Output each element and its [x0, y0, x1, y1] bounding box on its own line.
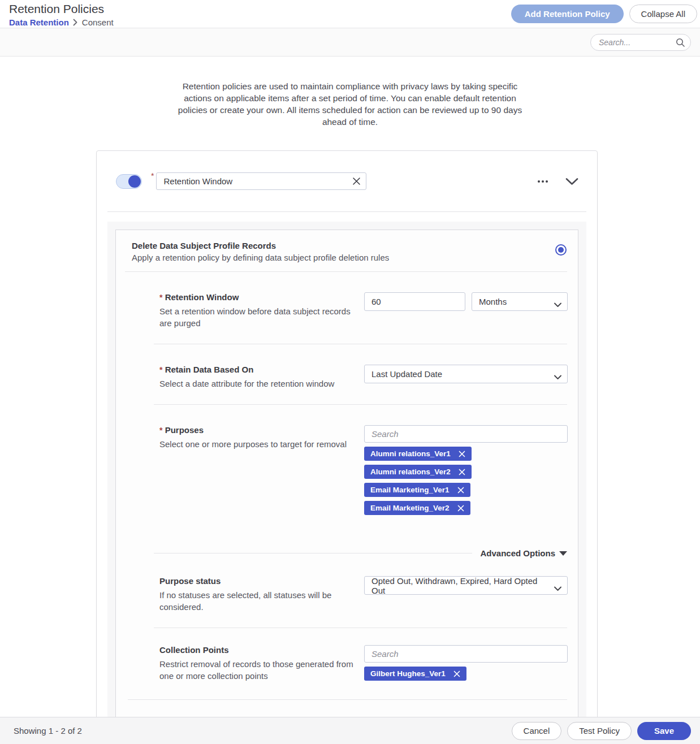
required-marker: *: [159, 293, 162, 302]
chevron-down-icon: [554, 583, 561, 593]
chip-label: Alumni relations_Ver2: [370, 468, 451, 476]
chevron-down-icon: [554, 372, 561, 382]
retention-policy-card: * Delete Data Subject Profile Records Ap…: [96, 150, 598, 743]
remove-chip-icon[interactable]: [459, 451, 465, 457]
page-header: Retention Policies Data Retention Consen…: [0, 0, 700, 28]
showing-count: Showing 1 - 2 of 2: [14, 726, 82, 736]
intro-text: Retention policies are used to maintain …: [172, 80, 528, 128]
retain-based-on-select[interactable]: Last Updated Date: [364, 365, 568, 383]
collection-points-chips: Gilbert Hughes_Ver1: [364, 667, 568, 681]
rule-titles: Delete Data Subject Profile Records Appl…: [132, 241, 555, 262]
breadcrumb-link-data-retention[interactable]: Data Retention: [9, 18, 69, 27]
remove-chip-icon[interactable]: [457, 487, 464, 494]
remove-chip-icon[interactable]: [453, 671, 460, 677]
retention-window-unit-select[interactable]: Months: [472, 292, 568, 311]
collection-points-label-block: Collection Points Restrict removal of re…: [159, 645, 364, 685]
purpose-chip: Alumni relations_Ver2: [364, 465, 472, 479]
retain-based-on-label-block: * Retain Data Based On Select a date att…: [159, 365, 364, 390]
policy-rule-box: Delete Data Subject Profile Records Appl…: [115, 230, 578, 724]
purpose-status-row: Purpose status If no statuses are select…: [116, 560, 578, 628]
save-button[interactable]: Save: [637, 722, 691, 740]
breadcrumb-separator-icon: [73, 19, 78, 26]
rule-subtitle: Apply a retention policy by defining dat…: [132, 253, 555, 262]
collapse-card-chevron-icon[interactable]: [564, 176, 580, 186]
more-options-icon[interactable]: [536, 179, 550, 184]
advanced-options-caret-icon: [559, 551, 567, 556]
advanced-options-toggle[interactable]: Advanced Options: [480, 548, 567, 558]
required-marker: *: [159, 365, 162, 374]
purpose-status-value: Opted Out, Withdrawn, Expired, Hard Opte…: [371, 576, 550, 595]
retention-window-description: Set a retention window before data subje…: [159, 305, 364, 329]
divider: [154, 553, 472, 553]
retain-based-on-description: Select a date attribute for the retentio…: [159, 378, 364, 390]
collection-points-description: Restrict removal of records to those gen…: [159, 658, 364, 682]
chip-label: Gilbert Hughes_Ver1: [370, 669, 446, 678]
collection-points-search-input[interactable]: [364, 645, 568, 663]
label-text: Purposes: [165, 425, 204, 435]
advanced-options-label: Advanced Options: [480, 548, 555, 558]
retention-window-row: * Retention Window Set a retention windo…: [116, 272, 578, 344]
remove-chip-icon[interactable]: [459, 469, 465, 475]
collection-points-controls: Gilbert Hughes_Ver1: [364, 645, 568, 685]
label-text: Retain Data Based On: [165, 365, 254, 374]
rule-section-head: Delete Data Subject Profile Records Appl…: [116, 230, 578, 271]
purpose-chip: Email Marketing_Ver1: [364, 483, 470, 497]
purpose-chip: Alumni relations_Ver1: [364, 447, 472, 461]
purposes-row: * Purposes Select one or more purposes t…: [116, 405, 578, 534]
collection-point-chip: Gilbert Hughes_Ver1: [364, 667, 466, 681]
policy-name-field: [156, 172, 366, 190]
retain-based-on-value: Last Updated Date: [371, 369, 442, 379]
retention-window-controls: Months: [364, 292, 568, 329]
purposes-label-block: * Purposes Select one or more purposes t…: [159, 425, 364, 519]
footer-bar: Showing 1 - 2 of 2 Cancel Test Policy Sa…: [0, 717, 700, 744]
footer-actions: Cancel Test Policy Save: [512, 722, 691, 740]
add-retention-policy-button[interactable]: Add Retention Policy: [511, 5, 624, 23]
policy-body-panel: Delete Data Subject Profile Records Appl…: [107, 222, 586, 732]
required-marker: *: [159, 426, 162, 435]
purposes-chips: Alumni relations_Ver1 Alumni relations_V…: [364, 447, 568, 515]
radio-dot: [558, 247, 564, 253]
retention-window-label-block: * Retention Window Set a retention windo…: [159, 292, 364, 329]
label-text: Retention Window: [165, 292, 239, 302]
policy-card-header: *: [107, 151, 586, 212]
purpose-status-description: If no statuses are selected, all statuse…: [159, 589, 364, 613]
rule-title: Delete Data Subject Profile Records: [132, 241, 555, 250]
unit-select-value: Months: [479, 297, 507, 306]
purpose-status-select[interactable]: Opted Out, Withdrawn, Expired, Hard Opte…: [364, 576, 568, 595]
toolbar: [0, 28, 700, 57]
purposes-label: * Purposes: [159, 425, 364, 435]
chip-label: Alumni relations_Ver1: [370, 449, 451, 458]
purposes-search-input[interactable]: [364, 425, 568, 443]
card-header-actions: [536, 176, 580, 186]
purposes-description: Select one or more purposes to target fo…: [159, 438, 364, 450]
purpose-status-label-block: Purpose status If no statuses are select…: [159, 576, 364, 613]
test-policy-button[interactable]: Test Policy: [567, 722, 632, 740]
cancel-button[interactable]: Cancel: [512, 722, 562, 740]
retain-based-on-row: * Retain Data Based On Select a date att…: [116, 344, 578, 404]
chip-label: Email Marketing_Ver2: [370, 504, 450, 512]
collapse-all-button[interactable]: Collapse All: [629, 5, 697, 23]
toggle-knob: [128, 175, 141, 188]
retain-based-on-controls: Last Updated Date: [364, 365, 568, 390]
remove-chip-icon[interactable]: [457, 505, 464, 512]
retention-window-value-input[interactable]: [364, 292, 465, 311]
advanced-options-row: Advanced Options: [154, 548, 567, 558]
rule-radio-selected[interactable]: [555, 244, 567, 256]
clear-name-icon[interactable]: [352, 177, 361, 185]
retention-window-label: * Retention Window: [159, 292, 364, 302]
header-actions: Add Retention Policy Collapse All: [511, 5, 697, 23]
search-pill: [590, 34, 691, 51]
purpose-status-label: Purpose status: [159, 576, 364, 586]
purpose-status-controls: Opted Out, Withdrawn, Expired, Hard Opte…: [364, 576, 568, 613]
purpose-chip: Email Marketing_Ver2: [364, 501, 470, 515]
search-icon: [676, 38, 685, 49]
breadcrumb-current: Consent: [82, 18, 114, 27]
policy-enabled-toggle[interactable]: [116, 174, 142, 189]
policy-name-input[interactable]: [156, 172, 366, 190]
chevron-down-icon: [554, 300, 561, 309]
retain-based-on-label: * Retain Data Based On: [159, 365, 364, 374]
collection-points-row: Collection Points Restrict removal of re…: [116, 628, 578, 699]
chip-label: Email Marketing_Ver1: [370, 486, 450, 494]
collection-points-label: Collection Points: [159, 645, 364, 655]
required-marker: *: [151, 171, 154, 180]
